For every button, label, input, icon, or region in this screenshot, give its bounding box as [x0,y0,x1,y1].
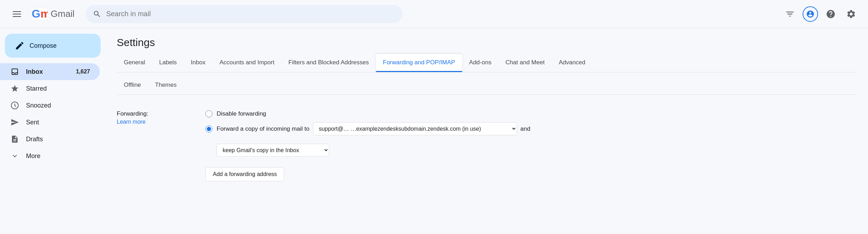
settings-title: Settings [117,37,857,48]
tab-addons[interactable]: Add-ons [462,54,498,72]
forward-copy-option: Forward a copy of incoming mail to suppo… [205,122,857,135]
tab-offline[interactable]: Offline [117,77,148,95]
main-layout: Compose Inbox 1,627 Starred Snoozed [0,28,868,234]
help-icon [826,9,836,19]
sent-label: Sent [26,119,39,126]
topbar-icons [781,6,860,22]
forwarding-section: Forwarding: Learn more Disable forwardin… [117,103,857,188]
sidebar-item-drafts[interactable]: Drafts [0,131,100,148]
tab-filters[interactable]: Filters and Blocked Addresses [281,54,376,72]
avatar-icon [803,6,818,22]
tab-accounts[interactable]: Accounts and Import [212,54,281,72]
disable-forwarding-label[interactable]: Disable forwarding [217,110,266,117]
tab-themes[interactable]: Themes [148,77,184,95]
more-label: More [26,152,40,160]
keep-action-row: keep Gmail's copy in the Inbox [217,140,857,157]
sidebar-item-sent[interactable]: Sent [0,114,100,131]
forward-copy-label[interactable]: Forward a copy of incoming mail to [217,125,309,132]
tab-general[interactable]: General [117,54,152,72]
snoozed-icon [10,100,20,110]
inbox-icon [10,67,20,77]
topbar: Gmail Gmail [0,0,868,28]
inbox-label: Inbox [26,68,43,76]
starred-label: Starred [26,85,47,92]
disable-forwarding-radio[interactable] [205,110,212,117]
sidebar-item-more[interactable]: More [0,148,100,164]
compose-button[interactable]: Compose [5,34,101,58]
learn-more-link[interactable]: Learn more [117,119,194,125]
drafts-label: Drafts [26,136,43,143]
settings-icon [846,9,856,19]
star-icon [10,84,20,93]
svg-text:Gmail: Gmail [32,8,48,20]
hamburger-button[interactable] [8,6,25,22]
tab-inbox[interactable]: Inbox [184,54,213,72]
forwarding-options: Disable forwarding Forward a copy of inc… [205,110,857,181]
tab-advanced[interactable]: Advanced [552,54,593,72]
search-bar[interactable] [86,5,402,23]
search-input[interactable] [106,10,395,18]
disable-forwarding-option: Disable forwarding [205,110,857,117]
add-forwarding-row: Add a forwarding address [205,162,857,181]
inbox-count: 1,627 [76,69,90,75]
gmail-text: Gmail [51,8,75,19]
sent-icon [10,117,20,127]
forwarding-label: Forwarding: Learn more [117,110,194,181]
and-text: and [521,125,530,132]
help-button[interactable] [822,6,839,22]
more-icon [10,151,20,161]
tab-forwarding[interactable]: Forwarding and POP/IMAP [376,54,462,72]
content-area: Settings General Labels Inbox Accounts a… [106,28,868,234]
gmail-m-icon: Gmail [31,8,48,20]
drafts-icon [10,134,20,144]
compose-label: Compose [30,42,57,50]
forward-address-select[interactable]: support@… …examplezendesksubdomain.zende… [313,122,517,135]
search-icon [93,10,101,18]
filter-icon-button[interactable] [781,6,798,22]
settings-tabs: General Labels Inbox Accounts and Import… [117,54,857,72]
sidebar-item-inbox[interactable]: Inbox 1,627 [0,63,100,80]
compose-icon [15,41,25,51]
settings-button[interactable] [843,6,860,22]
hamburger-icon [11,8,23,20]
tab-labels[interactable]: Labels [152,54,184,72]
sidebar-item-starred[interactable]: Starred [0,80,100,97]
settings-tabs-row2: Offline Themes [117,77,857,95]
tab-chat[interactable]: Chat and Meet [498,54,552,72]
forward-row: Forward a copy of incoming mail to suppo… [217,122,530,135]
keep-action-select[interactable]: keep Gmail's copy in the Inbox [217,144,329,157]
filter-icon [785,9,795,19]
snoozed-label: Snoozed [26,102,51,109]
sidebar-item-snoozed[interactable]: Snoozed [0,97,100,114]
sidebar: Compose Inbox 1,627 Starred Snoozed [0,28,106,234]
forward-copy-radio[interactable] [205,125,212,132]
avatar-button[interactable] [802,6,819,22]
add-forwarding-button[interactable]: Add a forwarding address [205,167,284,181]
gmail-logo: Gmail Gmail [31,8,75,20]
